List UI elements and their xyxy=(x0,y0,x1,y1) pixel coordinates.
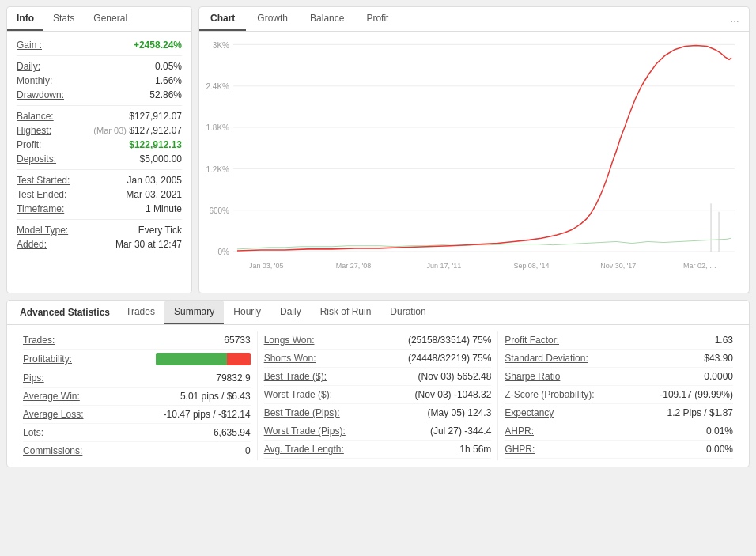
tab-summary[interactable]: Summary xyxy=(164,301,224,324)
stats-col-2: Longs Won: (25158/33514) 75% Shorts Won:… xyxy=(258,331,499,460)
balance-row: Balance: $127,912.07 xyxy=(17,111,182,122)
worst-trade-usd-label[interactable]: Worst Trade ($): xyxy=(264,389,332,400)
worst-trade-pips-label[interactable]: Worst Trade (Pips): xyxy=(264,426,346,437)
drawdown-value: 52.86% xyxy=(149,89,182,100)
trades-label[interactable]: Trades: xyxy=(23,335,55,346)
svg-text:2.4K%: 2.4K% xyxy=(206,82,229,91)
avg-loss-label[interactable]: Average Loss: xyxy=(23,409,84,420)
ghpr-label[interactable]: GHPR: xyxy=(505,444,535,455)
stats-tab-bar: Advanced Statistics Trades Summary Hourl… xyxy=(7,301,749,325)
test-started-label: Test Started: xyxy=(17,175,70,186)
tab-daily[interactable]: Daily xyxy=(270,301,311,324)
profit-bar-red xyxy=(227,353,251,365)
best-trade-pips-row: Best Trade (Pips): (May 05) 124.3 xyxy=(264,404,492,422)
tab-duration[interactable]: Duration xyxy=(380,301,435,324)
daily-label[interactable]: Daily: xyxy=(17,61,40,72)
sharpe-ratio-label[interactable]: Sharpe Ratio xyxy=(505,371,560,382)
highest-date: (Mar 03) xyxy=(93,126,127,135)
added-label: Added: xyxy=(17,239,47,250)
highest-label: Highest: xyxy=(17,125,51,136)
best-trade-pips-value: (May 05) 124.3 xyxy=(428,407,492,418)
tab-growth[interactable]: Growth xyxy=(246,7,299,31)
svg-text:1.8K%: 1.8K% xyxy=(206,123,229,132)
stats-section-title: Advanced Statistics xyxy=(13,301,116,323)
zscore-value: -109.17 (99.99%) xyxy=(660,389,733,400)
commissions-label[interactable]: Commissions: xyxy=(23,445,82,456)
balance-value: $127,912.07 xyxy=(129,111,182,122)
svg-text:1.2K%: 1.2K% xyxy=(206,165,229,173)
test-ended-value: Mar 03, 2021 xyxy=(126,189,182,200)
info-panel: Info Stats General Gain : +2458.24% Dail… xyxy=(6,6,192,293)
expectancy-label[interactable]: Expectancy xyxy=(505,407,554,418)
tab-info[interactable]: Info xyxy=(7,7,43,31)
tab-chart[interactable]: Chart xyxy=(199,7,246,31)
monthly-value: 1.66% xyxy=(155,75,182,86)
timeframe-label: Timeframe: xyxy=(17,203,64,214)
deposits-value: $5,000.00 xyxy=(140,153,182,165)
info-content: Gain : +2458.24% Daily: 0.05% Monthly: 1… xyxy=(7,32,191,261)
ahpr-value: 0.01% xyxy=(706,426,733,437)
tab-risk-of-ruin[interactable]: Risk of Ruin xyxy=(311,301,381,324)
avg-win-label[interactable]: Average Win: xyxy=(23,391,80,402)
gain-label[interactable]: Gain : xyxy=(17,40,42,51)
chart-panel: Chart Growth Balance Profit … 3K% 2.4K% … xyxy=(198,6,750,293)
tab-stats[interactable]: Stats xyxy=(43,7,84,31)
pips-value: 79832.9 xyxy=(216,373,250,384)
profit-value: $122,912.13 xyxy=(129,139,182,150)
svg-text:Nov 30, '17: Nov 30, '17 xyxy=(600,262,636,270)
profit-factor-label[interactable]: Profit Factor: xyxy=(505,335,559,346)
tab-hourly[interactable]: Hourly xyxy=(224,301,270,324)
test-started-row: Test Started: Jan 03, 2005 xyxy=(17,175,182,186)
profitability-label[interactable]: Profitability: xyxy=(23,354,72,365)
commissions-row: Commissions: 0 xyxy=(23,442,251,460)
ahpr-row: AHPR: 0.01% xyxy=(505,422,733,441)
best-trade-usd-label[interactable]: Best Trade ($): xyxy=(264,371,327,382)
worst-trade-usd-row: Worst Trade ($): (Nov 03) -1048.32 xyxy=(264,386,492,404)
tab-profit[interactable]: Profit xyxy=(355,7,399,31)
info-tab-bar: Info Stats General xyxy=(7,7,191,32)
profit-factor-row: Profit Factor: 1.63 xyxy=(505,331,733,350)
zscore-label[interactable]: Z-Score (Probability): xyxy=(505,389,594,400)
deposits-label: Deposits: xyxy=(17,153,56,165)
avg-trade-length-label[interactable]: Avg. Trade Length: xyxy=(264,444,344,455)
model-type-row: Model Type: Every Tick xyxy=(17,225,182,236)
test-ended-row: Test Ended: Mar 03, 2021 xyxy=(17,189,182,200)
std-deviation-label[interactable]: Standard Deviation: xyxy=(505,353,588,364)
svg-text:Mar 02, …: Mar 02, … xyxy=(683,262,716,270)
highest-row: Highest: (Mar 03) $127,912.07 xyxy=(17,125,182,136)
profit-label: Profit: xyxy=(17,139,41,150)
tab-balance[interactable]: Balance xyxy=(299,7,355,31)
longs-won-label[interactable]: Longs Won: xyxy=(264,335,315,346)
profitability-row: Profitability: xyxy=(23,350,251,369)
gain-row: Gain : +2458.24% xyxy=(17,40,182,51)
ahpr-label[interactable]: AHPR: xyxy=(505,426,534,437)
model-type-value: Every Tick xyxy=(138,225,182,236)
avg-win-value: 5.01 pips / $6.43 xyxy=(180,391,251,402)
tab-general[interactable]: General xyxy=(84,7,137,31)
stats-col-3: Profit Factor: 1.63 Standard Deviation: … xyxy=(498,331,739,460)
expectancy-row: Expectancy 1.2 Pips / $1.87 xyxy=(505,404,733,422)
lots-label[interactable]: Lots: xyxy=(23,427,43,438)
std-deviation-row: Standard Deviation: $43.90 xyxy=(505,350,733,368)
chart-more-icon[interactable]: … xyxy=(720,8,749,30)
sharpe-ratio-row: Sharpe Ratio 0.0000 xyxy=(505,368,733,386)
shorts-won-label[interactable]: Shorts Won: xyxy=(264,353,316,364)
best-trade-usd-value: (Nov 03) 5652.48 xyxy=(418,371,492,382)
trades-row: Trades: 65733 xyxy=(23,331,251,350)
best-trade-pips-label[interactable]: Best Trade (Pips): xyxy=(264,407,340,418)
monthly-label[interactable]: Monthly: xyxy=(17,75,52,86)
longs-won-value: (25158/33514) 75% xyxy=(408,335,491,346)
best-trade-usd-row: Best Trade ($): (Nov 03) 5652.48 xyxy=(264,368,492,386)
pips-label[interactable]: Pips: xyxy=(23,373,44,384)
shorts-won-value: (24448/32219) 75% xyxy=(408,353,491,364)
ghpr-value: 0.00% xyxy=(706,444,733,455)
chart-svg: 3K% 2.4K% 1.8K% 1.2K% 600% 0% Jan 03, '0… xyxy=(206,38,743,286)
avg-loss-row: Average Loss: -10.47 pips / -$12.14 xyxy=(23,406,251,424)
avg-win-row: Average Win: 5.01 pips / $6.43 xyxy=(23,388,251,406)
avg-loss-value: -10.47 pips / -$12.14 xyxy=(164,409,251,420)
svg-text:Jan 03, '05: Jan 03, '05 xyxy=(249,262,284,270)
svg-text:Sep 08, '14: Sep 08, '14 xyxy=(513,262,549,270)
avg-trade-length-value: 1h 56m xyxy=(459,444,491,455)
daily-row: Daily: 0.05% xyxy=(17,61,182,72)
tab-trades[interactable]: Trades xyxy=(116,301,164,324)
